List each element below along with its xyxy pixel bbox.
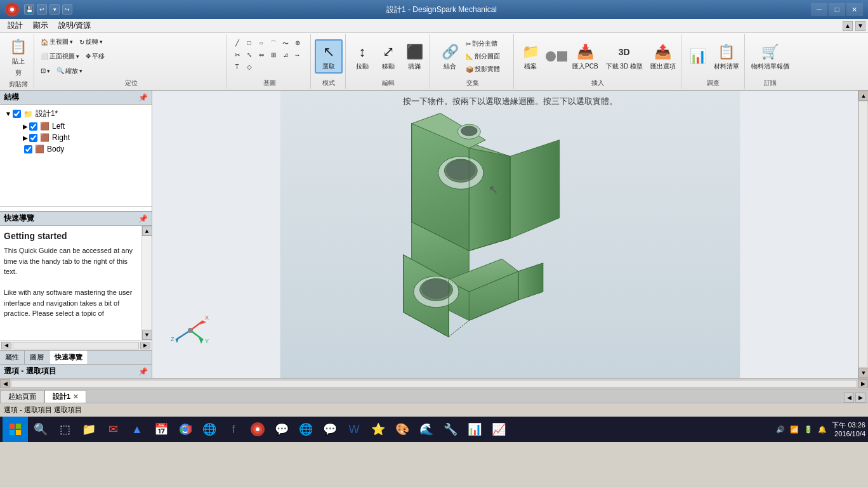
start-button[interactable]	[3, 417, 28, 442]
taskbar-skype[interactable]: 💬	[270, 418, 293, 441]
ribbon-down-btn[interactable]: ▼	[855, 21, 865, 31]
fill-btn[interactable]: ⬛ 填滿	[402, 41, 427, 72]
tab-properties[interactable]: 屬性	[0, 351, 25, 364]
taskbar-firefox[interactable]: 🌐	[198, 418, 221, 441]
text-btn[interactable]: T	[232, 63, 243, 74]
zoom-btn[interactable]: 🔍 縮放 ▾	[54, 65, 85, 77]
taskbar-volume[interactable]: 🔊	[776, 425, 785, 434]
taskbar-ie[interactable]: 🌐	[294, 418, 317, 441]
taskbar-ds[interactable]	[246, 418, 269, 441]
sphere-btn[interactable]	[546, 51, 556, 62]
taskbar-app2[interactable]: 🎨	[391, 418, 414, 441]
taskbar-gmail[interactable]: ✉	[102, 418, 124, 441]
ribbon-up-btn[interactable]: ▲	[843, 21, 853, 31]
circle-btn[interactable]: ○	[256, 39, 267, 50]
undo-dropdown[interactable]: ▾	[49, 4, 60, 15]
tree-item-left[interactable]: ▶ 🟫 Left	[3, 120, 149, 132]
plane-btn[interactable]: ◇	[244, 63, 255, 74]
menu-design[interactable]: 設計	[3, 19, 28, 32]
taskbar-app3[interactable]: 🌊	[415, 418, 438, 441]
scroll-down-btn[interactable]: ▼	[142, 330, 152, 340]
arc-btn[interactable]: ⌒	[268, 39, 279, 50]
taskbar-gdrive[interactable]: ▲	[126, 418, 148, 441]
close-button[interactable]: ✕	[846, 3, 863, 16]
undo-btn[interactable]: ↩	[37, 4, 47, 15]
right-checkbox[interactable]	[29, 134, 37, 142]
quick-guide-pin[interactable]: 📌	[138, 214, 148, 223]
body-checkbox[interactable]	[24, 145, 32, 153]
quick-guide-scrollbar[interactable]: ▲ ▼	[141, 226, 152, 340]
taskbar-battery[interactable]: 🔋	[804, 425, 813, 434]
zoom-extents-btn[interactable]: ⊡ ▾	[38, 66, 53, 75]
hscroll-left[interactable]: ◀	[1, 342, 11, 349]
project-btn[interactable]: ⊿	[280, 51, 291, 62]
taskbar-facebook[interactable]: f	[222, 418, 245, 441]
save-btn[interactable]: 💾	[24, 4, 34, 15]
tab-design1[interactable]: 設計1 ✕	[44, 390, 86, 403]
taskbar-app1[interactable]: ⭐	[367, 418, 390, 441]
file-insert-btn[interactable]: 📁 檔案	[518, 41, 543, 72]
cut-button[interactable]: 剪	[7, 67, 30, 79]
pan-btn[interactable]: ✥ 平移	[83, 51, 107, 62]
tab-close-design1[interactable]: ✕	[73, 393, 78, 400]
root-checkbox[interactable]	[13, 110, 21, 118]
hscroll-left-viewport[interactable]: ◀	[0, 379, 10, 388]
download-3d-btn[interactable]: 3D 下載 3D 模型	[603, 41, 645, 72]
rect-btn[interactable]: □	[244, 39, 255, 50]
home-view-btn[interactable]: 🏠 主視圖 ▾	[38, 36, 76, 48]
tab-start-page[interactable]: 起始頁面	[0, 390, 44, 403]
front-view-btn[interactable]: ⬜ 正面視圖 ▾	[38, 51, 82, 62]
taskbar-search[interactable]: 🔍	[29, 418, 52, 441]
taskbar-app6[interactable]: 📈	[487, 418, 510, 441]
taskbar-line[interactable]: 💬	[319, 418, 341, 441]
tab-quick-guide[interactable]: 快速導覽	[49, 351, 88, 364]
taskbar-network[interactable]: 📶	[790, 425, 799, 434]
taskbar-app4[interactable]: 🔧	[439, 418, 462, 441]
bom-btn[interactable]: 📋 材料清單	[711, 41, 742, 72]
hscroll-right-viewport[interactable]: ▶	[858, 379, 868, 388]
array-btn[interactable]: ⊞	[268, 51, 279, 62]
taskbar-notification-icon[interactable]: 🔔	[818, 425, 827, 434]
tab-layers[interactable]: 圖層	[25, 351, 49, 364]
trim-btn[interactable]: ✂	[232, 51, 243, 62]
viewport-vscrollbar[interactable]: ▲ ▼	[858, 91, 868, 378]
structure-pin[interactable]: 📌	[138, 93, 148, 102]
offset-btn[interactable]: ⤡	[244, 51, 255, 62]
cube-btn[interactable]	[557, 51, 567, 62]
taskbar-taskview[interactable]: ⬚	[53, 418, 76, 441]
taskbar-explorer[interactable]: 📁	[77, 418, 100, 441]
export-options-btn[interactable]: 📤 匯出選項	[648, 41, 678, 72]
project-solid-btn[interactable]: 📦 投影實體	[463, 63, 508, 75]
tree-root[interactable]: ▼ 📁 設計1*	[3, 107, 149, 120]
dim-btn[interactable]: ↔	[292, 51, 303, 62]
rotate-btn[interactable]: ↻ 旋轉 ▾	[77, 36, 105, 48]
viewport[interactable]: 按一下物件。按兩下以選取邊緣迴圈。按三下以選取實體。	[152, 91, 868, 378]
paste-button[interactable]: 📋 貼上	[6, 36, 31, 67]
taskbar-clock[interactable]: 下午 03:26 2016/10/4	[832, 420, 865, 439]
taskbar-calendar[interactable]: 📅	[150, 418, 173, 441]
menu-help[interactable]: 說明/資源	[53, 19, 96, 32]
left-checkbox[interactable]	[29, 122, 37, 131]
tab-nav-left[interactable]: ◀	[844, 393, 854, 403]
select-mode-btn[interactable]: ↖ 選取	[315, 39, 343, 74]
order-btn[interactable]: 🛒 物料清單報價	[749, 41, 792, 72]
spline-btn[interactable]: 〜	[280, 39, 291, 50]
tree-item-right[interactable]: ▶ 🟫 Right	[3, 132, 149, 143]
menu-view[interactable]: 顯示	[28, 19, 53, 32]
split-body-btn[interactable]: ✂ 剖分主體	[463, 38, 508, 49]
taskbar-chrome[interactable]	[174, 418, 197, 441]
move-btn[interactable]: ⤢ 移動	[376, 41, 401, 72]
selection-pin[interactable]: 📌	[138, 367, 148, 376]
taskbar-word[interactable]: W	[343, 418, 365, 441]
line-btn[interactable]: ╱	[232, 39, 243, 50]
combine-btn[interactable]: 🔗 結合	[437, 41, 463, 72]
hscroll-right[interactable]: ▶	[140, 342, 150, 349]
vscroll-up[interactable]: ▲	[858, 91, 868, 101]
pull-btn[interactable]: ↕ 拉動	[350, 41, 375, 72]
survey-btn[interactable]: 📊	[685, 45, 711, 68]
3d-canvas[interactable]	[152, 91, 868, 378]
vscroll-down[interactable]: ▼	[858, 368, 868, 378]
split-surface-btn[interactable]: 📐 剖分圖面	[463, 51, 508, 62]
tab-nav-right[interactable]: ▶	[855, 393, 865, 403]
point-btn[interactable]: ⊕	[292, 39, 303, 50]
